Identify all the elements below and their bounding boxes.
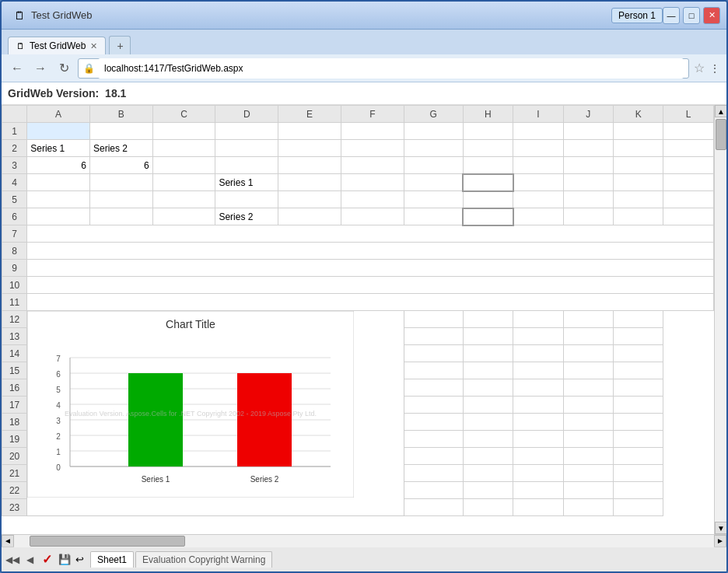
cell-G3[interactable] — [404, 157, 463, 174]
cell-J3[interactable] — [563, 157, 613, 174]
cell-L2[interactable] — [663, 140, 714, 157]
cell-row8[interactable] — [27, 243, 714, 260]
cell-B1[interactable] — [89, 123, 152, 140]
cell-D3[interactable] — [215, 157, 278, 174]
col-header-D[interactable]: D — [215, 106, 278, 123]
cell-A4[interactable] — [27, 174, 90, 191]
cell-D6[interactable]: Series 2 — [215, 208, 278, 225]
cell-J2[interactable] — [563, 140, 613, 157]
cell-E3[interactable] — [278, 157, 341, 174]
vertical-scrollbar[interactable]: ▲ ▼ — [714, 105, 726, 534]
bookmark-icon[interactable]: ☆ — [694, 61, 705, 75]
col-header-E[interactable]: E — [278, 106, 341, 123]
cell-C5[interactable] — [152, 191, 215, 208]
cell-G5[interactable] — [404, 191, 463, 208]
col-header-F[interactable]: F — [341, 106, 404, 123]
cell-E2[interactable] — [278, 140, 341, 157]
cell-F1[interactable] — [341, 123, 404, 140]
url-input[interactable] — [98, 58, 684, 79]
cell-K2[interactable] — [613, 140, 663, 157]
cell-H12[interactable] — [404, 311, 463, 328]
cell-A2[interactable]: Series 1 — [27, 140, 90, 157]
cell-row7[interactable] — [27, 225, 714, 243]
sheet-tab-warning[interactable]: Evaluation Copyright Warning — [135, 551, 272, 568]
cell-A1[interactable] — [27, 123, 90, 140]
sheet-tab-sheet1[interactable]: Sheet1 — [90, 551, 134, 568]
cell-B3[interactable]: 6 — [89, 157, 152, 174]
forward-button[interactable]: → — [31, 59, 50, 78]
cell-H2[interactable] — [463, 140, 513, 157]
cell-F3[interactable] — [341, 157, 404, 174]
cell-B5[interactable] — [89, 191, 152, 208]
cell-B2[interactable]: Series 2 — [89, 140, 152, 157]
cell-row9[interactable] — [27, 260, 714, 277]
browser-tab[interactable]: 🗒 Test GridWeb ✕ — [8, 37, 106, 54]
check-button[interactable]: ✓ — [42, 552, 52, 567]
cell-L3[interactable] — [663, 157, 714, 174]
cell-K1[interactable] — [613, 123, 663, 140]
cell-C3[interactable] — [152, 157, 215, 174]
cell-F5[interactable] — [341, 191, 404, 208]
cell-B6[interactable] — [89, 208, 152, 225]
col-header-A[interactable]: A — [27, 106, 90, 123]
cell-L4[interactable] — [663, 174, 714, 191]
cell-I4[interactable] — [513, 174, 563, 191]
col-header-J[interactable]: J — [563, 106, 613, 123]
cell-E4[interactable] — [278, 174, 341, 191]
cell-J1[interactable] — [563, 123, 613, 140]
cell-K4[interactable] — [613, 174, 663, 191]
scroll-left-button[interactable]: ◄ — [2, 535, 14, 547]
save-button[interactable]: 💾 — [58, 554, 71, 565]
scroll-up-button[interactable]: ▲ — [715, 105, 726, 117]
cell-J5[interactable] — [563, 191, 613, 208]
cell-K3[interactable] — [613, 157, 663, 174]
col-header-H[interactable]: H — [463, 106, 513, 123]
scroll-thumb-vertical[interactable] — [716, 119, 726, 150]
cell-I6[interactable] — [513, 208, 563, 225]
col-header-I[interactable]: I — [513, 106, 563, 123]
cell-E6[interactable] — [278, 208, 341, 225]
cell-K6[interactable] — [613, 208, 663, 225]
col-header-C[interactable]: C — [152, 106, 215, 123]
cell-J6[interactable] — [563, 208, 613, 225]
cell-row10[interactable] — [27, 277, 714, 294]
cell-H1[interactable] — [463, 123, 513, 140]
cell-D5[interactable] — [215, 191, 278, 208]
refresh-button[interactable]: ↻ — [54, 59, 73, 78]
col-header-K[interactable]: K — [613, 106, 663, 123]
cell-C4[interactable] — [152, 174, 215, 191]
cell-G6[interactable] — [404, 208, 463, 225]
cell-H6[interactable] — [463, 208, 513, 225]
undo-button[interactable]: ↩ — [75, 554, 84, 565]
cell-G4[interactable] — [404, 174, 463, 191]
cell-L1[interactable] — [663, 123, 714, 140]
cell-L6[interactable] — [663, 208, 714, 225]
cell-K12[interactable] — [563, 311, 613, 328]
cell-I1[interactable] — [513, 123, 563, 140]
sheet-nav-prev[interactable]: ◀ — [22, 552, 37, 568]
cell-C2[interactable] — [152, 140, 215, 157]
cell-A5[interactable] — [27, 191, 90, 208]
cell-I2[interactable] — [513, 140, 563, 157]
minimize-button[interactable]: — — [663, 7, 680, 24]
scroll-down-button[interactable]: ▼ — [715, 522, 726, 534]
sheet-nav-first[interactable]: ◀◀ — [5, 552, 20, 568]
cell-A3[interactable]: 6 — [27, 157, 90, 174]
cell-B4[interactable] — [89, 174, 152, 191]
cell-H4[interactable] — [463, 174, 513, 191]
new-tab-button[interactable]: + — [109, 36, 131, 54]
maximize-button[interactable]: □ — [683, 7, 700, 24]
tab-close-button[interactable]: ✕ — [90, 41, 97, 51]
cell-I5[interactable] — [513, 191, 563, 208]
cell-I12[interactable] — [463, 311, 513, 328]
cell-L12[interactable] — [613, 311, 663, 328]
cell-F2[interactable] — [341, 140, 404, 157]
scroll-right-button[interactable]: ► — [714, 535, 726, 547]
cell-D1[interactable] — [215, 123, 278, 140]
cell-H3[interactable] — [463, 157, 513, 174]
cell-E5[interactable] — [278, 191, 341, 208]
cell-J12[interactable] — [513, 311, 563, 328]
horizontal-scrollbar[interactable]: ◄ ► — [2, 534, 726, 547]
cell-F6[interactable] — [341, 208, 404, 225]
col-header-B[interactable]: B — [89, 106, 152, 123]
